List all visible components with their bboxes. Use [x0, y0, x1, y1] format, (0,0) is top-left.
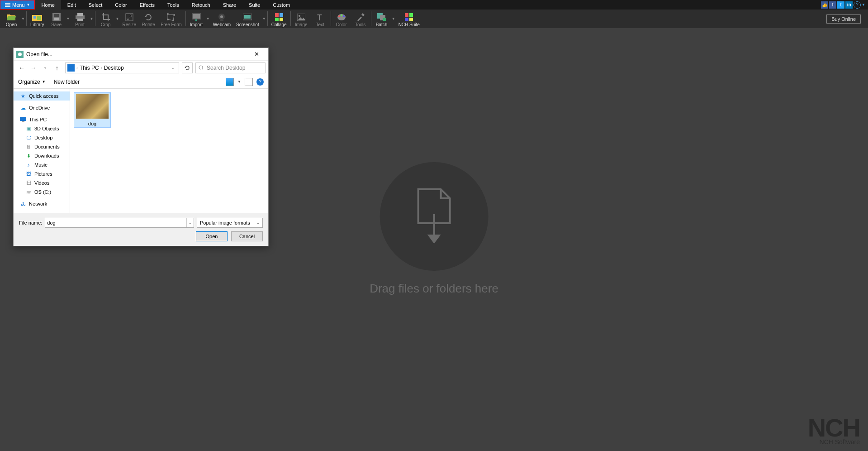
filename-label: File name: [19, 220, 42, 226]
rotate-button[interactable]: Rotate [139, 10, 158, 28]
organize-button[interactable]: Organize ▼ [18, 79, 46, 85]
sidebar-item-pictures[interactable]: 🖼 Pictures [14, 169, 70, 178]
open-button[interactable]: Open [2, 10, 21, 28]
file-list[interactable]: dog [70, 89, 268, 213]
ribbon-toolbar: Open ▼ Library Save ▼ Print ▼ Crop ▼ Res… [0, 10, 868, 28]
buy-online-button[interactable]: Buy Online [826, 14, 861, 24]
sidebar-item-thispc[interactable]: This PC [14, 115, 70, 124]
file-thumbnail [76, 94, 109, 119]
preview-pane-button[interactable] [245, 78, 253, 86]
screenshot-button[interactable]: Screenshot [233, 10, 262, 28]
chevron-down-icon[interactable]: ▼ [862, 3, 865, 7]
nchsuite-button[interactable]: NCH Suite [396, 10, 422, 28]
print-button[interactable]: Print [71, 10, 90, 28]
tab-suite[interactable]: Suite [242, 0, 266, 10]
freeform-button[interactable]: Free Form [158, 10, 185, 28]
sidebar-item-osc[interactable]: 🖴 OS (C:) [14, 187, 70, 197]
facebook-icon[interactable]: f [829, 1, 836, 9]
help-icon[interactable]: ? [854, 1, 861, 9]
svg-line-42 [202, 69, 204, 70]
linkedin-icon[interactable]: in [845, 1, 853, 9]
print-icon [75, 13, 85, 22]
collage-button[interactable]: Collage [269, 10, 289, 28]
webcam-button[interactable]: Webcam [210, 10, 233, 28]
svg-point-34 [383, 18, 386, 21]
video-icon: 🎞 [25, 180, 32, 186]
cancel-button[interactable]: Cancel [231, 231, 263, 241]
help-button[interactable]: ? [256, 78, 264, 86]
collage-icon [274, 13, 285, 22]
svg-point-31 [343, 15, 345, 17]
file-type-filter[interactable]: Popular image formats ⌄ [197, 218, 263, 228]
sidebar-item-desktop[interactable]: 🖵 Desktop [14, 133, 70, 142]
forward-button[interactable]: → [28, 62, 39, 73]
tab-retouch[interactable]: Retouch [185, 0, 217, 10]
tab-effects[interactable]: Effects [133, 0, 161, 10]
sidebar-label: 3D Objects [34, 126, 59, 131]
sidebar-item-3dobjects[interactable]: ▣ 3D Objects [14, 124, 70, 133]
screenshot-dropdown[interactable]: ▼ [262, 10, 266, 28]
breadcrumb-root[interactable]: This PC [80, 65, 99, 71]
tab-color[interactable]: Color [109, 0, 133, 10]
sidebar-item-documents[interactable]: 🗎 Documents [14, 142, 70, 151]
crop-dropdown[interactable]: ▼ [115, 10, 120, 28]
refresh-button[interactable] [182, 62, 193, 73]
view-mode-button[interactable] [226, 78, 234, 86]
svg-point-17 [220, 15, 223, 18]
open-dropdown[interactable]: ▼ [21, 10, 25, 28]
tab-label: Tools [167, 2, 179, 8]
image-button[interactable]: Image [292, 10, 311, 28]
tab-home[interactable]: Home [35, 0, 61, 10]
tab-custom[interactable]: Custom [266, 0, 296, 10]
crop-button[interactable]: Crop [96, 10, 115, 28]
text-button[interactable]: T Text [311, 10, 330, 28]
search-input[interactable]: Search Desktop [195, 62, 266, 73]
sidebar-item-quick-access[interactable]: ★ Quick access [14, 91, 70, 101]
color-button[interactable]: Color [332, 10, 351, 28]
close-button[interactable]: ✕ [247, 48, 266, 60]
up-button[interactable]: ↑ [52, 62, 62, 73]
svg-point-29 [338, 15, 340, 17]
save-dropdown[interactable]: ▼ [66, 10, 71, 28]
watermark: NCH NCH Software [808, 418, 860, 446]
new-folder-label: New folder [54, 79, 80, 85]
sidebar-item-onedrive[interactable]: ☁ OneDrive [14, 103, 70, 112]
view-dropdown[interactable]: ▼ [237, 80, 241, 84]
import-dropdown[interactable]: ▼ [206, 10, 210, 28]
pc-icon [20, 116, 26, 123]
svg-rect-22 [280, 13, 283, 17]
resize-button[interactable]: Resize [120, 10, 139, 28]
batch-button[interactable]: Batch [372, 10, 391, 28]
breadcrumb[interactable]: › This PC › Desktop ⌄ [65, 62, 179, 73]
print-dropdown[interactable]: ▼ [90, 10, 94, 28]
breadcrumb-folder[interactable]: Desktop [104, 65, 124, 71]
tab-tools[interactable]: Tools [161, 0, 185, 10]
sidebar-item-music[interactable]: ♪ Music [14, 160, 70, 169]
tools-button[interactable]: Tools [351, 10, 370, 28]
menu-button[interactable]: Menu ▼ [0, 0, 35, 10]
tab-select[interactable]: Select [82, 0, 109, 10]
save-button[interactable]: Save [47, 10, 66, 28]
tab-share[interactable]: Share [217, 0, 242, 10]
back-button[interactable]: ← [16, 62, 27, 73]
filename-input[interactable] [45, 218, 186, 227]
file-item-dog[interactable]: dog [74, 92, 111, 128]
like-icon[interactable]: 👍 [821, 1, 828, 9]
watermark-brand: NCH [808, 418, 860, 438]
library-button[interactable]: Library [28, 10, 47, 28]
filename-dropdown[interactable]: ⌄ [186, 218, 194, 227]
toolbar-right: ▼ ? [226, 78, 264, 86]
batch-dropdown[interactable]: ▼ [391, 10, 396, 28]
sidebar-label: OS (C:) [34, 189, 51, 195]
sidebar-item-downloads[interactable]: ⬇ Downloads [14, 151, 70, 160]
twitter-icon[interactable]: t [837, 1, 844, 9]
sidebar-item-videos[interactable]: 🎞 Videos [14, 178, 70, 187]
recent-dropdown[interactable]: ▼ [40, 62, 51, 73]
breadcrumb-dropdown[interactable]: ⌄ [170, 66, 177, 70]
tab-edit[interactable]: Edit [61, 0, 82, 10]
download-icon: ⬇ [25, 153, 32, 159]
sidebar-item-network[interactable]: 🖧 Network [14, 199, 70, 208]
import-button[interactable]: Import [187, 10, 206, 28]
new-folder-button[interactable]: New folder [54, 79, 80, 85]
open-file-button[interactable]: Open [196, 231, 228, 241]
